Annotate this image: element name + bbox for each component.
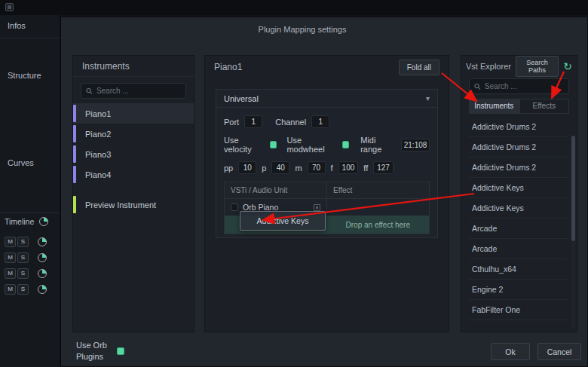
drag-ghost: Addictive Keys (240, 211, 326, 231)
instrument-color-bar (73, 196, 76, 213)
instrument-list-item[interactable]: Preview Instrument (73, 194, 194, 215)
instrument-search-input[interactable] (96, 87, 181, 95)
instrument-color-bar (73, 145, 76, 163)
search-icon (474, 83, 481, 90)
use-modwheel-label: Use modwheel (286, 136, 336, 154)
plugin-options-icon[interactable] (314, 204, 320, 211)
solo-button[interactable]: S (17, 252, 29, 263)
chevron-down-icon[interactable]: ▾ (426, 94, 430, 102)
solo-button[interactable]: S (17, 268, 29, 279)
divider (0, 213, 60, 213)
plugin-list-item[interactable]: Cthulhu_x64 (469, 259, 568, 280)
mute-button[interactable]: M (5, 237, 16, 247)
instrument-color-bar (73, 125, 76, 142)
vst-tabs: Instruments Effects (469, 99, 569, 114)
effect-column-header: Effect (327, 182, 429, 198)
dynamic-p-label: p (262, 164, 266, 173)
plugin-enable-checkbox[interactable] (231, 203, 238, 211)
universal-section-header[interactable]: Universal ▾ (216, 90, 437, 108)
search-paths-button[interactable]: Search Paths (516, 56, 559, 77)
plugin-list-item[interactable]: Addictive Drums 2 (469, 117, 568, 137)
channel-field[interactable]: 1 (311, 115, 329, 128)
fold-all-button[interactable]: Fold all (399, 60, 439, 75)
sidebar-item-structure[interactable]: Structure (8, 71, 41, 80)
plugin-list-item[interactable]: Addictive Keys (469, 198, 568, 219)
instrument-color-bar (73, 105, 76, 122)
track-timer-icon[interactable] (38, 253, 47, 262)
instrument-search-box[interactable] (81, 83, 186, 99)
plugin-list-item[interactable]: Addictive Drums 2 (469, 137, 568, 158)
dynamic-ff-field[interactable]: 127 (373, 161, 394, 174)
effect-drop-zone[interactable]: Drop an effect here (327, 216, 430, 234)
instrument-label: Piano3 (85, 150, 111, 159)
dynamic-m-label: m (295, 164, 302, 173)
plugin-list-item[interactable]: Addictive Keys (469, 178, 568, 198)
instrument-detail-panel: Piano1 Fold all Universal ▾ Port 1 Chann… (204, 55, 449, 332)
instrument-list-item[interactable]: Piano1 (73, 103, 194, 124)
divider (0, 38, 60, 38)
instruments-panel: Instruments Piano1 Piano2 Piano3 (72, 55, 194, 332)
dynamic-f-field[interactable]: 100 (338, 161, 359, 174)
mute-button[interactable]: M (5, 268, 16, 279)
ok-button[interactable]: Ok (491, 343, 530, 360)
instrument-label: Preview Instrument (85, 200, 156, 209)
use-modwheel-checkbox[interactable] (342, 141, 349, 148)
tab-instruments[interactable]: Instruments (469, 99, 519, 114)
timeline-timer-icon[interactable] (39, 217, 48, 226)
plugin-list-item[interactable]: Engine 2 (469, 280, 568, 300)
dynamic-ff-label: ff (363, 164, 368, 173)
midi-range-field[interactable]: 21:108 (401, 139, 430, 151)
plugin-list: Addictive Drums 2 Addictive Drums 2 Addi… (469, 117, 568, 320)
dynamic-f-label: f (331, 164, 333, 173)
detail-panel-title: Piano1 (214, 62, 242, 72)
search-icon (86, 87, 93, 95)
track-timer-icon[interactable] (38, 285, 47, 294)
dynamic-pp-field[interactable]: 10 (238, 161, 256, 174)
refresh-icon[interactable]: ↻ (563, 61, 572, 72)
use-velocity-checkbox[interactable] (270, 141, 277, 148)
instruments-panel-title: Instruments (73, 56, 194, 77)
plugin-list-item[interactable]: FabFilter One (469, 300, 568, 320)
use-orb-plugins-checkbox[interactable] (117, 347, 124, 355)
plugin-mapping-dialog: Plugin Mapping settings Instruments Pian… (60, 17, 588, 367)
vst-search-box[interactable] (469, 78, 569, 94)
tab-effects[interactable]: Effects (519, 99, 570, 114)
instrument-list-item[interactable]: Piano4 (73, 164, 194, 185)
instrument-color-bar (73, 166, 76, 183)
dynamic-p-field[interactable]: 40 (271, 161, 289, 174)
use-velocity-label: Use velocity (224, 136, 265, 154)
cancel-button[interactable]: Cancel (537, 343, 581, 360)
sidebar-item-infos[interactable]: Infos (8, 21, 26, 30)
main-sidebar: Infos Structure Curves Timeline M S M S … (0, 15, 60, 367)
vst-explorer-panel: Vst Explorer Search Paths ↻ Instruments … (461, 55, 577, 332)
window-titlebar (0, 0, 588, 15)
sidebar-item-timeline[interactable]: Timeline (5, 217, 34, 226)
port-field[interactable]: 1 (244, 115, 262, 128)
instrument-list-item[interactable]: Piano2 (73, 124, 194, 144)
instrument-list-item[interactable]: Piano3 (73, 144, 194, 164)
instrument-label: Piano4 (85, 170, 111, 179)
scrollbar[interactable] (571, 136, 575, 329)
vst-explorer-title: Vst Explorer (466, 62, 511, 71)
track-timer-icon[interactable] (38, 237, 47, 246)
instrument-list: Piano1 Piano2 Piano3 Piano4 Preview Inst… (73, 103, 194, 215)
mute-button[interactable]: M (5, 252, 16, 263)
universal-section-title: Universal (224, 94, 259, 103)
dynamic-m-field[interactable]: 70 (308, 161, 326, 174)
sidebar-item-curves[interactable]: Curves (8, 158, 34, 167)
solo-button[interactable]: S (17, 237, 29, 247)
channel-label: Channel (275, 118, 306, 127)
mute-button[interactable]: M (5, 284, 16, 295)
plugin-list-item[interactable]: Arcade (469, 219, 568, 239)
solo-button[interactable]: S (17, 284, 29, 295)
scrollbar-thumb[interactable] (571, 136, 575, 241)
port-label: Port (224, 118, 239, 127)
dialog-title: Plugin Mapping settings (61, 25, 544, 34)
effect-slot-cell[interactable] (327, 199, 429, 216)
plugin-list-item[interactable]: Arcade (469, 239, 568, 259)
midi-range-label: Midi range (360, 136, 396, 154)
track-timer-icon[interactable] (38, 269, 47, 278)
vst-search-input[interactable] (485, 82, 564, 90)
plugin-list-item[interactable]: Addictive Drums 2 (469, 158, 568, 178)
vsti-column-header: VSTi / Audio Unit (225, 182, 327, 198)
